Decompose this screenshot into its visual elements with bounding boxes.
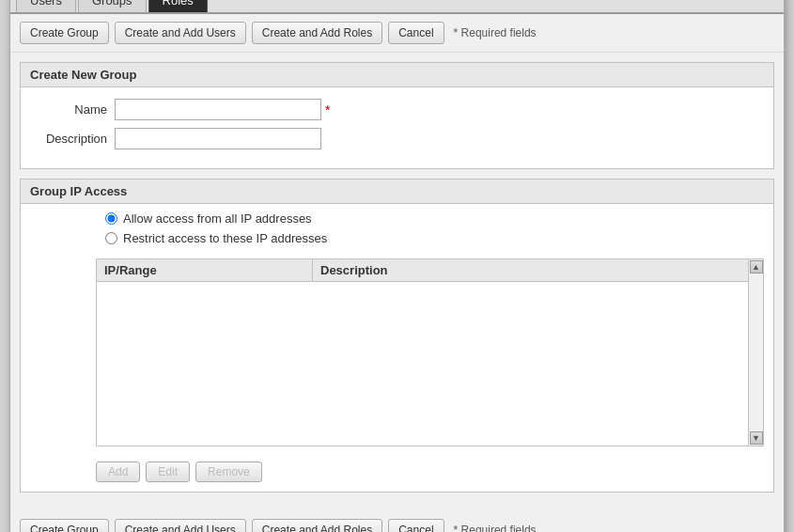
create-group-panel-title: Create New Group [21, 63, 773, 87]
create-group-panel: Create New Group Name * Description [20, 62, 774, 169]
description-col-header: Description [313, 259, 748, 281]
tab-groups[interactable]: Groups [78, 0, 147, 12]
remove-ip-button[interactable]: Remove [195, 462, 262, 482]
allow-all-label: Allow access from all IP addresses [123, 211, 312, 226]
create-add-roles-button-bottom[interactable]: Create and Add Roles [252, 519, 382, 532]
create-add-roles-button-top[interactable]: Create and Add Roles [252, 22, 382, 44]
required-note-bottom: * Required fields [454, 524, 537, 532]
bottom-toolbar: Create Group Create and Add Users Create… [10, 511, 784, 532]
restrict-row: Restrict access to these IP addresses [30, 231, 764, 245]
create-group-panel-body: Name * Description [21, 87, 773, 168]
ip-range-col-header: IP/Range [97, 259, 313, 281]
ip-actions: Add Edit Remove [21, 456, 773, 492]
create-group-button-bottom[interactable]: Create Group [20, 519, 109, 532]
ip-access-panel-title: Group IP Access [21, 180, 773, 204]
create-add-users-button-top[interactable]: Create and Add Users [115, 22, 246, 44]
restrict-label: Restrict access to these IP addresses [123, 231, 327, 245]
main-window: Users Groups Roles Create Group Create a… [9, 0, 785, 532]
ip-access-panel: Group IP Access Allow access from all IP… [20, 179, 774, 493]
create-add-users-button-bottom[interactable]: Create and Add Users [115, 519, 246, 532]
main-content: Create New Group Name * Description Grou… [10, 53, 784, 511]
name-required-star: * [325, 102, 330, 117]
required-note-top: * Required fields [454, 26, 537, 39]
ip-table-header: IP/Range Description [97, 259, 748, 282]
allow-all-radio[interactable] [105, 212, 117, 225]
create-group-button-top[interactable]: Create Group [20, 22, 109, 44]
restrict-radio[interactable] [105, 232, 117, 244]
add-ip-button[interactable]: Add [96, 462, 140, 482]
cancel-button-top[interactable]: Cancel [388, 22, 444, 44]
name-label: Name [30, 102, 115, 117]
tab-bar: Users Groups Roles [10, 0, 784, 14]
description-row: Description [30, 128, 764, 149]
top-toolbar: Create Group Create and Add Users Create… [10, 14, 784, 53]
scroll-up-button[interactable]: ▲ [750, 260, 763, 274]
ip-scrollbar: ▲ ▼ [748, 259, 763, 446]
ip-radio-group: Allow access from all IP addresses Restr… [21, 204, 773, 258]
edit-ip-button[interactable]: Edit [146, 462, 190, 482]
ip-table: IP/Range Description [97, 259, 748, 446]
name-input[interactable] [115, 99, 321, 120]
tab-roles[interactable]: Roles [148, 0, 208, 12]
tab-users[interactable]: Users [16, 0, 76, 12]
description-label: Description [30, 132, 115, 146]
name-row: Name * [30, 99, 764, 120]
allow-all-row: Allow access from all IP addresses [30, 211, 764, 226]
scroll-down-button[interactable]: ▼ [750, 431, 763, 445]
ip-table-body [97, 282, 748, 446]
description-input[interactable] [115, 128, 321, 149]
cancel-button-bottom[interactable]: Cancel [388, 519, 444, 532]
ip-table-wrapper: IP/Range Description ▲ ▼ [96, 258, 764, 446]
